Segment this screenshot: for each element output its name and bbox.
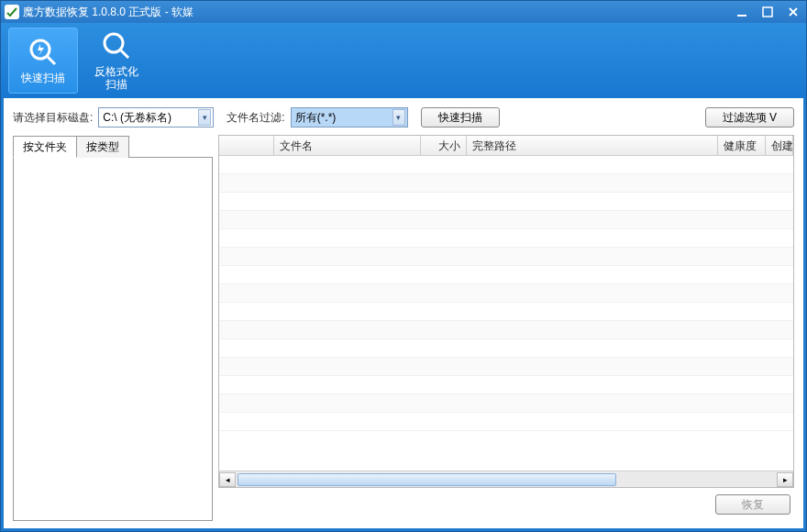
table-row (219, 413, 793, 431)
quick-scan-label: 快速扫描 (21, 72, 65, 84)
col-path[interactable]: 完整路径 (467, 136, 718, 155)
col-checkbox[interactable] (219, 136, 274, 155)
app-window: 魔方数据恢复 1.0.8.0 正式版 - 软媒 快速扫描 反格式化 扫描 (0, 0, 807, 532)
chevron-down-icon: ▾ (392, 109, 405, 126)
table-row (219, 394, 793, 413)
svg-rect-1 (763, 7, 772, 17)
content-area: 请选择目标磁盘: C:\ (无卷标名) ▾ 文件名过滤: 所有(*.*) ▾ 快… (1, 98, 806, 531)
title-bar: 魔方数据恢复 1.0.8.0 正式版 - 软媒 (1, 1, 806, 23)
folder-tree[interactable] (13, 157, 213, 521)
window-title: 魔方数据恢复 1.0.8.0 正式版 - 软媒 (23, 5, 729, 20)
format-scan-tab[interactable]: 反格式化 扫描 (82, 28, 151, 94)
svg-line-3 (48, 57, 55, 64)
grid-body[interactable] (219, 156, 793, 471)
search-lightning-icon (28, 37, 59, 68)
table-row (219, 193, 793, 211)
filter-bar: 请选择目标磁盘: C:\ (无卷标名) ▾ 文件名过滤: 所有(*.*) ▾ 快… (13, 105, 794, 129)
svg-rect-0 (737, 15, 746, 17)
svg-point-4 (105, 34, 123, 52)
table-row (219, 156, 793, 174)
table-row (219, 376, 793, 394)
scroll-thumb[interactable] (238, 473, 616, 486)
table-row (219, 248, 793, 266)
disk-select[interactable]: C:\ (无卷标名) ▾ (98, 107, 214, 127)
right-pane: 文件名 大小 完整路径 健康度 创建 (218, 135, 794, 521)
table-row (219, 211, 793, 229)
ribbon-toolbar: 快速扫描 反格式化 扫描 (1, 23, 806, 98)
search-icon (101, 30, 132, 61)
disk-label: 请选择目标磁盘: (13, 110, 93, 126)
recover-button[interactable]: 恢复 (715, 494, 790, 515)
name-filter-select[interactable]: 所有(*.*) ▾ (291, 107, 408, 127)
footer-bar: 恢复 (218, 488, 794, 521)
close-button[interactable] (780, 1, 806, 23)
format-scan-label: 反格式化 扫描 (94, 65, 138, 91)
horizontal-scrollbar[interactable]: ◂ ▸ (219, 471, 793, 487)
minimize-button[interactable] (729, 1, 755, 23)
table-row (219, 174, 793, 193)
grid-header: 文件名 大小 完整路径 健康度 创建 (219, 136, 793, 156)
name-filter-value: 所有(*.*) (295, 110, 337, 126)
tab-by-folder[interactable]: 按文件夹 (13, 136, 77, 158)
col-size[interactable]: 大小 (421, 136, 467, 155)
scroll-track[interactable] (236, 472, 777, 487)
scroll-right-icon[interactable]: ▸ (777, 472, 793, 487)
maximize-button[interactable] (755, 1, 780, 23)
table-row (219, 229, 793, 248)
table-row (219, 321, 793, 339)
app-logo-icon (5, 5, 19, 19)
table-row (219, 303, 793, 321)
col-created[interactable]: 创建 (766, 136, 793, 155)
col-health[interactable]: 健康度 (718, 136, 766, 155)
quick-scan-tab[interactable]: 快速扫描 (8, 28, 78, 94)
table-row (219, 358, 793, 376)
disk-select-value: C:\ (无卷标名) (103, 110, 171, 126)
scroll-left-icon[interactable]: ◂ (219, 472, 236, 487)
col-name[interactable]: 文件名 (274, 136, 421, 155)
table-row (219, 266, 793, 284)
scan-button[interactable]: 快速扫描 (421, 107, 500, 127)
tab-by-type[interactable]: 按类型 (76, 136, 129, 158)
name-filter-label: 文件名过滤: (227, 110, 284, 126)
svg-line-5 (121, 50, 128, 58)
filter-options-button[interactable]: 过滤选项 V (705, 107, 794, 127)
results-grid: 文件名 大小 完整路径 健康度 创建 (218, 135, 794, 488)
table-row (219, 339, 793, 358)
main-pane: 按文件夹 按类型 文件名 大小 完整路径 健康度 创建 (13, 135, 794, 521)
chevron-down-icon: ▾ (198, 109, 211, 126)
left-pane: 按文件夹 按类型 (13, 135, 213, 521)
table-row (219, 284, 793, 303)
tree-tabs: 按文件夹 按类型 (13, 135, 213, 157)
